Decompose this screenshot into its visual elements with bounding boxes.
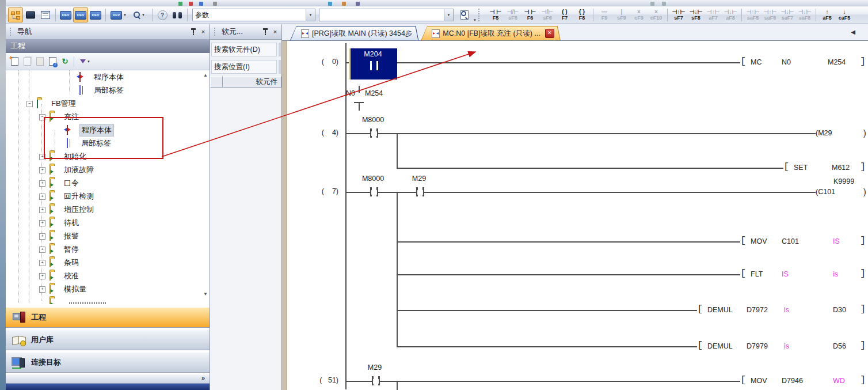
contact-M29[interactable]: M29↑	[395, 175, 446, 200]
collapse-icon[interactable]: −	[39, 114, 45, 120]
instruction-operand[interactable]: D30	[833, 306, 846, 314]
device-watch-dropdown[interactable]: DEV▼	[108, 7, 129, 22]
tree-item-局部标签[interactable]: 局部标签	[6, 84, 201, 97]
tree-item-条码[interactable]: +条码	[6, 256, 201, 269]
find-button[interactable]	[170, 7, 185, 22]
search-position-button[interactable]: 搜索位置(I)	[211, 60, 277, 74]
tree-item-模拟量[interactable]: +模拟量	[6, 282, 201, 296]
tree-item-报警[interactable]: +报警	[6, 229, 201, 243]
ladder-symbol-button-F5[interactable]: ⊣ ⊢F5	[487, 6, 504, 24]
tree-item-校准[interactable]: +校准	[6, 269, 201, 282]
selected-contact-M204[interactable]: M204	[349, 48, 397, 79]
device-grid-button[interactable]: DEV	[73, 7, 88, 22]
property-button[interactable]	[46, 55, 59, 68]
chevron-down-icon[interactable]: ▼	[306, 9, 315, 21]
tree-item-口令[interactable]: +口令	[6, 176, 201, 190]
instruction-operand[interactable]: D7972	[747, 306, 768, 314]
chevron-down-icon[interactable]: ▼	[444, 9, 453, 21]
instruction-operand[interactable]: D7979	[747, 342, 768, 350]
close-icon[interactable]: ×	[199, 28, 207, 35]
expand-icon[interactable]: +	[39, 207, 45, 213]
expand-icon[interactable]: +	[39, 167, 45, 173]
instruction-operand[interactable]: M612	[832, 164, 850, 172]
instruction-operand[interactable]: D56	[833, 342, 846, 350]
nav-footer-project[interactable]: 工程	[6, 307, 210, 328]
instruction-operand[interactable]: DEMUL	[707, 342, 733, 350]
ladder-symbol-button-saF6[interactable]: ⊣↑⊢saF6	[762, 6, 779, 24]
coil-C101[interactable]: (C101	[816, 188, 835, 196]
contact-M29[interactable]: M29↑	[351, 364, 401, 389]
tree-item-程序本体[interactable]: 程序本体	[6, 70, 201, 84]
instruction-operand[interactable]: MOV	[751, 237, 767, 245]
pin-icon[interactable]	[262, 28, 269, 35]
instruction-operand[interactable]: DEMUL	[707, 306, 733, 314]
ladder-symbol-button-saF7[interactable]: ⊣↓⊢saF7	[779, 6, 796, 24]
expand-icon[interactable]: +	[39, 154, 45, 160]
search-combo[interactable]: ▼	[319, 9, 454, 21]
refresh-button[interactable]: ↻	[59, 55, 71, 68]
expand-icon[interactable]: +	[39, 220, 45, 226]
ladder-symbol-button-sF7[interactable]: ⊣↑⊢sF7	[670, 6, 687, 24]
ladder-symbol-button-sF5[interactable]: ⊣/⊢sF5	[504, 6, 521, 24]
expand-icon[interactable]: +	[39, 286, 45, 293]
close-icon[interactable]: ×	[271, 28, 279, 35]
contact-M8000[interactable]: M8000	[349, 116, 399, 141]
scroll-down-icon[interactable]: ▼	[203, 291, 208, 297]
search-device-button[interactable]: 搜索软元件(D)	[211, 43, 277, 56]
instruction-operand[interactable]: is	[784, 306, 789, 314]
tree-item-待机[interactable]: +待机	[6, 216, 201, 229]
ladder-symbol-button-sF8[interactable]: ⊣↓⊢sF8	[687, 6, 705, 24]
tree-item-暂停[interactable]: +暂停	[6, 243, 201, 256]
instruction-operand[interactable]: M254	[828, 58, 846, 66]
instruction-operand[interactable]: IS	[782, 270, 789, 278]
toolbar-overflow-icon[interactable]: ▼	[473, 18, 477, 22]
scrollbar-sliver[interactable]	[279, 60, 281, 74]
instruction-operand[interactable]: N0	[782, 58, 791, 66]
scrollbar-sliver[interactable]	[279, 43, 281, 56]
expand-icon[interactable]: +	[39, 180, 45, 187]
device-network-button[interactable]: DEV	[88, 7, 103, 22]
ladder-canvas[interactable]: ( 0)( 4)( 7)( 51)N0M254M204M8000M8000M29…	[282, 40, 868, 390]
instruction-operand[interactable]: WD	[833, 377, 845, 385]
tab-close-icon[interactable]: ✕	[545, 29, 554, 38]
ladder-symbol-button-cF10[interactable]: ×cF10	[648, 6, 665, 24]
ladder-symbol-button-F6[interactable]: ⊣ ⊢F6	[521, 6, 539, 24]
instruction-operand[interactable]: is	[833, 270, 838, 278]
expand-icon[interactable]: +	[39, 273, 45, 279]
project-tree-view-button[interactable]	[8, 7, 23, 22]
editor-tab-1[interactable]: [PRG]读取 MAIN (只读) 3454步	[290, 26, 418, 40]
expand-icon[interactable]: +	[39, 233, 45, 240]
tree-item-加液故障[interactable]: +加液故障	[6, 163, 201, 176]
ladder-symbol-button-aF5[interactable]: ↑aF5	[818, 6, 836, 24]
tree-item-FB管理[interactable]: −FB管理	[6, 97, 201, 110]
device-search-dropdown[interactable]: ▼	[129, 7, 150, 22]
nav-footer-connection[interactable]: 连接目标	[6, 352, 210, 373]
expand-icon[interactable]: +	[39, 194, 45, 200]
ladder-symbol-button-caF5[interactable]: ↓caF5	[836, 6, 853, 24]
tree-item-增压控制[interactable]: +增压控制	[6, 203, 201, 216]
collapse-icon[interactable]: −	[26, 101, 33, 107]
instruction-operand[interactable]: IS	[833, 237, 840, 245]
device-find-button[interactable]: DEV	[58, 7, 73, 22]
module-config-button[interactable]	[23, 7, 38, 22]
editor-tab-2[interactable]: MC:N0 [FB]读取 充注 (只读) ...✕	[421, 26, 560, 40]
ladder-symbol-button-cF9[interactable]: ×cF9	[630, 6, 648, 24]
tree-item-程序本体[interactable]: 程序本体	[6, 123, 201, 137]
nav-footer-user-library[interactable]: 用户库	[6, 330, 210, 350]
instruction-operand[interactable]: MC	[751, 58, 762, 66]
instruction-operand[interactable]: SET	[794, 164, 808, 172]
tree-item-充注[interactable]: −充注	[6, 110, 201, 123]
copy-button[interactable]	[21, 55, 33, 68]
paste-button[interactable]	[33, 55, 46, 68]
ladder-symbol-button-aF7[interactable]: ⊣↑⊢aF7	[705, 6, 722, 24]
ladder-symbol-button-sF9[interactable]: |sF9	[613, 6, 630, 24]
instruction-operand[interactable]: FLT	[751, 270, 763, 278]
tree-item-初始化[interactable]: +初始化	[6, 150, 201, 163]
ladder-symbol-button-F9[interactable]: —F9	[596, 6, 613, 24]
expand-icon[interactable]: +	[39, 260, 45, 266]
sort-filter-dropdown[interactable]: ▼	[77, 55, 94, 68]
tree-item-回升检测[interactable]: +回升检测	[6, 190, 201, 203]
coil-M29[interactable]: (M29	[816, 129, 832, 137]
instruction-operand[interactable]: is	[784, 342, 789, 350]
instruction-operand[interactable]: D7946	[782, 377, 803, 385]
